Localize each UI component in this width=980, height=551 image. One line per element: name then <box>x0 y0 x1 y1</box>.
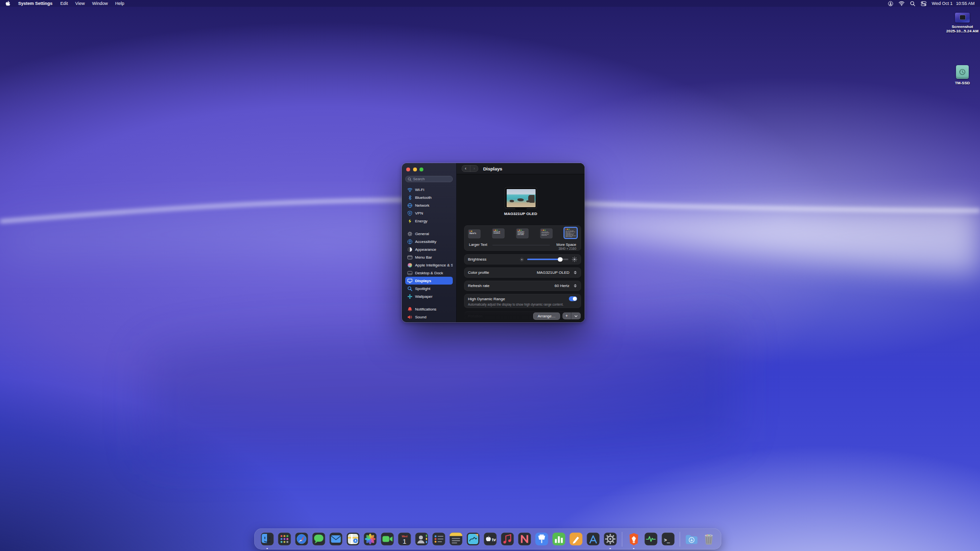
sidebar-item-bluetooth[interactable]: Bluetooth <box>405 193 453 201</box>
search-input[interactable]: Search <box>405 176 453 182</box>
preset-thumb-3[interactable]: Here's to t troublema ones who <box>516 229 528 238</box>
sidebar-item-accessibility[interactable]: Accessibility <box>405 238 453 245</box>
add-display-button[interactable]: + <box>563 312 571 319</box>
menu-help[interactable]: Help <box>115 1 124 6</box>
menu-edit[interactable]: Edit <box>60 1 68 6</box>
svg-text:>_: >_ <box>664 537 670 543</box>
dock-mail-icon[interactable] <box>328 531 344 547</box>
search-placeholder: Search <box>413 177 425 181</box>
dock-messages-icon[interactable] <box>311 531 327 547</box>
sidebar-item-notifications[interactable]: Notifications <box>405 305 453 313</box>
dock-reminders-icon[interactable] <box>431 531 447 547</box>
brightness-low-icon <box>520 258 524 262</box>
sidebar-item-vpn[interactable]: VPN <box>405 209 453 217</box>
sidebar-item-apple-intelligence-siri[interactable]: Apple Intelligence & Siri <box>405 261 453 269</box>
window-controls <box>405 163 453 173</box>
display-stand <box>515 208 527 210</box>
sidebar-item-label: Bluetooth <box>415 195 432 200</box>
dock-appletv-icon[interactable]: tv <box>482 531 498 547</box>
wifi-icon[interactable] <box>899 1 905 6</box>
dock-keynote-icon[interactable] <box>534 531 550 547</box>
vpn-icon <box>407 211 413 216</box>
dock-photos-icon[interactable] <box>362 531 378 547</box>
dock-news-icon[interactable] <box>516 531 533 547</box>
minimize-button[interactable] <box>413 168 417 171</box>
wifi-icon <box>407 187 413 192</box>
pane-header: ‹ › Displays <box>457 163 585 174</box>
dock-numbers-icon[interactable] <box>551 531 567 547</box>
gear-icon <box>407 231 413 237</box>
dock-appstore-icon[interactable] <box>585 531 601 547</box>
dock-contacts-icon[interactable] <box>414 531 430 547</box>
sidebar-item-energy[interactable]: Energy <box>405 217 453 225</box>
tm-ssd-label: TM-SSD <box>955 81 970 85</box>
sidebar-item-appearance[interactable]: Appearance <box>405 245 453 253</box>
preset-thumb-4[interactable]: Here's to the troublemakers ones who see… <box>540 229 552 238</box>
dock-calendar-icon[interactable]: Wed1 <box>396 531 413 547</box>
back-icon[interactable]: ‹ <box>462 166 470 172</box>
dock-safari-icon[interactable] <box>294 531 310 547</box>
hdr-toggle[interactable] <box>569 296 577 301</box>
preset-thumb-1[interactable]: Here's <box>468 230 480 238</box>
dock-finder-icon[interactable] <box>259 531 275 547</box>
dock-facetime-icon[interactable] <box>379 531 395 547</box>
menu-view[interactable]: View <box>75 1 85 6</box>
menu-clock[interactable]: Wed Oct 1 10:55 AM <box>932 1 975 6</box>
dock-divider <box>622 532 622 547</box>
menu-window[interactable]: Window <box>92 1 108 6</box>
dock-brave-icon[interactable] <box>626 531 642 547</box>
refresh-rate-label: Refresh rate <box>468 284 490 288</box>
sidebar-item-sound[interactable]: Sound <box>405 313 453 321</box>
svg-text:tv: tv <box>492 537 496 542</box>
dock-launchpad-icon[interactable] <box>276 531 293 547</box>
brightness-slider[interactable] <box>527 259 568 261</box>
control-center-icon[interactable] <box>921 1 927 6</box>
dock-downloads-icon[interactable] <box>684 531 700 547</box>
dock-freeform-icon[interactable] <box>465 531 481 547</box>
forward-icon[interactable]: › <box>470 166 479 172</box>
search-icon[interactable] <box>910 1 915 6</box>
arrange-button[interactable]: Arrange… <box>533 312 560 320</box>
hdr-label: High Dynamic Range <box>468 297 505 301</box>
globe-icon <box>407 203 413 208</box>
display-preview-image <box>507 189 536 207</box>
sidebar-item-label: Apple Intelligence & Siri <box>415 263 453 267</box>
dock-settings-icon[interactable] <box>602 531 618 547</box>
apple-menu-icon[interactable] <box>5 1 10 6</box>
user-switch-icon[interactable] <box>888 1 893 6</box>
brightness-row: Brightness <box>464 254 581 264</box>
running-indicator <box>267 548 268 550</box>
preset-thumb-5-selected[interactable]: Here's to the crazy ones. The misfits. T… <box>564 228 577 238</box>
dock-maps-icon[interactable] <box>345 531 361 547</box>
spotlight-icon <box>407 286 413 291</box>
dock-terminal-icon[interactable]: >_ <box>660 531 676 547</box>
dock-pages-icon[interactable] <box>568 531 584 547</box>
sidebar-item-network[interactable]: Network <box>405 201 453 209</box>
sidebar-item-displays[interactable]: Displays <box>405 277 453 285</box>
brightness-slider-knob[interactable] <box>558 257 563 262</box>
menu-date: Wed Oct 1 <box>932 1 953 6</box>
sidebar-item-spotlight[interactable]: Spotlight <box>405 285 453 292</box>
menu-app-name[interactable]: System Settings <box>18 1 52 6</box>
sidebar-item-general[interactable]: General <box>405 230 453 238</box>
dock-notes-icon[interactable] <box>448 531 464 547</box>
refresh-rate-stepper[interactable] <box>573 283 577 289</box>
add-display-chevron[interactable] <box>571 312 581 319</box>
zoom-button[interactable] <box>419 168 423 171</box>
dock-music-icon[interactable] <box>499 531 515 547</box>
sidebar-item-wi-fi[interactable]: Wi-Fi <box>405 186 453 193</box>
dock-activity-monitor-icon[interactable] <box>643 531 659 547</box>
sidebar-item-desktop-dock[interactable]: Desktop & Dock <box>405 269 453 277</box>
sidebar-item-label: Menu Bar <box>415 255 432 260</box>
preset-thumb-2[interactable]: Here's to troublem <box>492 229 504 238</box>
desktop-icon-screenshot[interactable]: Screenshot 2025-10...5.24 AM <box>941 13 980 33</box>
sidebar-item-label: Spotlight <box>415 287 430 291</box>
sidebar-item-menu-bar[interactable]: Menu Bar <box>405 253 453 261</box>
displays-pane: ‹ › Displays MAG321UP OLED Here'sHere's … <box>457 163 585 322</box>
dock-trash-icon[interactable] <box>701 531 717 547</box>
desktop-icon-tm-ssd[interactable]: TM-SSD <box>941 65 980 85</box>
sidebar-item-wallpaper[interactable]: Wallpaper <box>405 292 453 300</box>
color-profile-stepper[interactable] <box>573 270 577 276</box>
close-button[interactable] <box>406 168 410 171</box>
bell-icon <box>407 307 413 312</box>
